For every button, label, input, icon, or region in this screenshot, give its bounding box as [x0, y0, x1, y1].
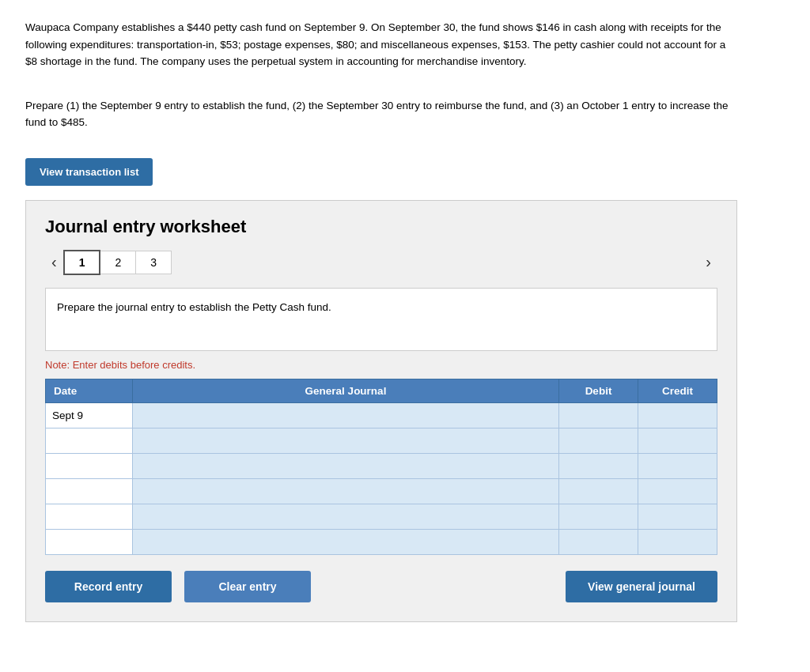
table-row-credit-5[interactable] — [638, 529, 717, 554]
next-arrow[interactable]: › — [699, 251, 717, 273]
table-row-journal-2[interactable] — [133, 453, 559, 478]
button-row: Record entry Clear entry View general jo… — [45, 571, 717, 602]
view-transaction-button[interactable]: View transaction list — [25, 158, 153, 186]
view-general-journal-button[interactable]: View general journal — [566, 571, 717, 602]
instruction-box: Prepare the journal entry to establish t… — [45, 288, 717, 351]
table-row-credit-1[interactable] — [638, 428, 717, 453]
tab-3[interactable]: 3 — [136, 251, 172, 274]
header-date: Date — [46, 379, 133, 402]
table-row-journal-0[interactable] — [133, 402, 559, 428]
table-row-debit-0[interactable] — [559, 402, 638, 428]
table-row-debit-2[interactable] — [559, 453, 638, 478]
table-row-date-5 — [46, 529, 133, 554]
table-row-date-0: Sept 9 — [46, 402, 133, 428]
table-row-date-3 — [46, 478, 133, 504]
table-row-credit-2[interactable] — [638, 453, 717, 478]
table-row-date-1 — [46, 428, 133, 453]
record-entry-button[interactable]: Record entry — [45, 571, 172, 602]
worksheet-container: Journal entry worksheet ‹ 1 2 3 › Prepar… — [25, 200, 737, 622]
table-row-journal-4[interactable] — [133, 504, 559, 529]
header-credit: Credit — [638, 379, 717, 402]
table-row-journal-1[interactable] — [133, 428, 559, 453]
table-row-debit-1[interactable] — [559, 428, 638, 453]
table-row-date-2 — [46, 453, 133, 478]
note-text: Note: Enter debits before credits. — [45, 359, 717, 371]
table-row-credit-3[interactable] — [638, 478, 717, 504]
header-debit: Debit — [559, 379, 638, 402]
table-row-credit-0[interactable] — [638, 402, 717, 428]
table-row-date-4 — [46, 504, 133, 529]
prev-arrow[interactable]: ‹ — [45, 251, 63, 273]
table-row-debit-3[interactable] — [559, 478, 638, 504]
table-row-credit-4[interactable] — [638, 504, 717, 529]
header-journal: General Journal — [133, 379, 559, 402]
problem-text-2: Prepare (1) the September 9 entry to est… — [25, 97, 737, 131]
table-row-journal-3[interactable] — [133, 478, 559, 504]
table-row-debit-5[interactable] — [559, 529, 638, 554]
journal-table: Date General Journal Debit Credit Sept 9 — [45, 379, 717, 555]
tab-1[interactable]: 1 — [63, 250, 101, 275]
problem-text-1: Waupaca Company establishes a $440 petty… — [25, 19, 737, 70]
instruction-text: Prepare the journal entry to establish t… — [57, 301, 331, 313]
worksheet-title: Journal entry worksheet — [45, 217, 717, 237]
table-row-debit-4[interactable] — [559, 504, 638, 529]
clear-entry-button[interactable]: Clear entry — [184, 571, 311, 602]
tab-2[interactable]: 2 — [100, 251, 136, 274]
table-row-journal-5[interactable] — [133, 529, 559, 554]
tab-navigation: ‹ 1 2 3 › — [45, 250, 717, 275]
